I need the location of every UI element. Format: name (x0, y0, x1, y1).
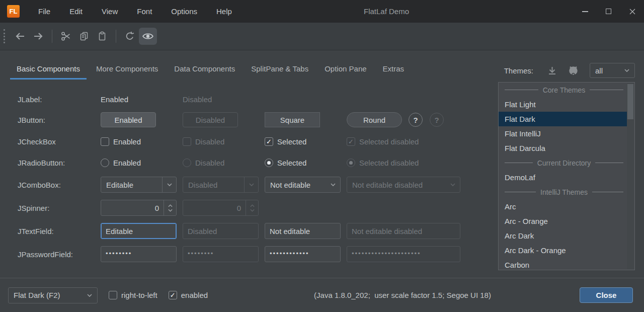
radio-label: Selected (277, 159, 306, 167)
tab-basic-components[interactable]: Basic Components (10, 60, 87, 80)
radio-disabled: Disabled (183, 159, 259, 167)
checkbox-selected[interactable]: ✓ Selected (265, 137, 341, 146)
passwordfield-disabled: •••••••• (183, 246, 259, 262)
menu-edit[interactable]: Edit (60, 0, 92, 23)
theme-list-item[interactable]: Arc Dark - Orange (499, 243, 634, 258)
refresh-button[interactable] (121, 28, 139, 45)
themes-filter-combobox[interactable]: all (590, 63, 635, 78)
toolbar-grip[interactable] (4, 29, 5, 43)
jbutton-row: JButton: Enabled Disabled Square Round ?… (0, 112, 486, 128)
passwordfield-editable[interactable]: •••••••• (101, 246, 177, 262)
row-label: JCheckBox (0, 137, 101, 146)
round-button[interactable]: Round (347, 112, 402, 127)
radio-selected[interactable]: Selected (265, 159, 341, 167)
tab-extras[interactable]: Extras (376, 60, 411, 80)
theme-list-item-selected[interactable]: Flat Dark (499, 112, 627, 126)
paste-button[interactable] (93, 28, 111, 45)
theme-list-item[interactable]: Arc (499, 199, 634, 214)
close-window-button[interactable] (620, 0, 644, 23)
download-themes-button[interactable] (547, 66, 557, 75)
jcombobox-row: JComboBox: Editable Disabled Not editabl… (0, 177, 486, 193)
combobox-not-editable[interactable]: Not editable (265, 177, 341, 193)
separator-label: Current Directory (537, 159, 591, 167)
theme-list-item[interactable]: DemoLaf (499, 170, 634, 185)
tab-splitpane-tabs[interactable]: SplitPane & Tabs (245, 60, 315, 80)
spinner-buttons (246, 200, 258, 215)
combobox-not-editable-disabled: Not editable disabled (347, 177, 460, 193)
theme-list-separator: Core Themes (499, 83, 634, 97)
enabled-button[interactable]: Enabled (101, 112, 156, 127)
copy-button[interactable] (75, 28, 93, 45)
back-button[interactable] (11, 28, 29, 45)
combobox-editable[interactable]: Editable (101, 177, 177, 193)
row-label: JTextField: (0, 227, 101, 236)
checkbox-label: Enabled (113, 137, 141, 146)
theme-list-item[interactable]: Carbon (499, 258, 634, 270)
main-panel: Basic Components More Components Data Co… (0, 51, 644, 278)
cut-button[interactable] (57, 28, 75, 45)
radio-selected-icon (347, 159, 355, 167)
theme-list-item[interactable]: Flat Darcula (499, 141, 634, 155)
menu-help[interactable]: Help (207, 0, 242, 23)
textfield-not-editable[interactable] (265, 223, 341, 239)
textfield-editable[interactable] (101, 223, 177, 239)
spinner-buttons[interactable] (164, 200, 176, 215)
show-hover-toggle-button[interactable] (139, 28, 157, 45)
scrollbar-thumb[interactable] (627, 84, 633, 119)
tab-data-components[interactable]: Data Components (168, 60, 242, 80)
checkbox-enabled[interactable]: Enabled (101, 137, 177, 146)
eye-icon (142, 32, 153, 40)
radio-selected-disabled: Selected disabled (347, 159, 460, 167)
tab-more-components[interactable]: More Components (90, 60, 165, 80)
themes-list: Core Themes Flat Light Flat Dark Flat In… (498, 82, 635, 270)
radio-enabled[interactable]: Enabled (101, 159, 177, 167)
combobox-disabled: Disabled (183, 177, 259, 193)
forward-button[interactable] (29, 28, 47, 45)
github-link-button[interactable] (568, 65, 579, 76)
themes-header: Themes: all (504, 63, 635, 78)
chevron-down-icon (167, 183, 172, 186)
spinner-value[interactable]: 0 (101, 204, 164, 212)
theme-list-item[interactable]: Arc - Orange (499, 214, 634, 228)
theme-list-item[interactable]: Arc Dark (499, 228, 634, 243)
spinner-up-icon[interactable] (168, 204, 173, 207)
passwordfield-not-editable[interactable]: •••••••••••• (265, 246, 341, 262)
chevron-down-icon (446, 183, 460, 186)
combobox-arrow-button[interactable] (162, 177, 176, 192)
theme-list-item[interactable]: Flat IntelliJ (499, 126, 634, 141)
close-button[interactable]: Close (580, 287, 633, 303)
copy-icon (79, 31, 89, 41)
checkbox-selected-disabled: ✓ Selected disabled (347, 137, 460, 146)
checkbox-disabled: Disabled (183, 137, 259, 146)
separator-label: IntelliJ Themes (540, 188, 588, 196)
enabled-checkbox[interactable]: ✓ enabled (169, 291, 208, 299)
checkbox-checked-icon: ✓ (347, 137, 355, 146)
separator-label: Core Themes (543, 86, 586, 94)
right-to-left-checkbox[interactable]: right-to-left (109, 291, 157, 299)
radio-label: Disabled (195, 159, 224, 167)
themes-label: Themes: (504, 66, 533, 75)
square-button[interactable]: Square (265, 112, 320, 127)
spinner-down-icon[interactable] (168, 209, 173, 212)
menu-file[interactable]: File (29, 0, 60, 23)
jcheckbox-row: JCheckBox Enabled Disabled ✓ Selected ✓ … (0, 136, 486, 146)
maximize-button[interactable] (597, 0, 620, 23)
github-icon (568, 65, 579, 76)
help-button-disabled: ? (430, 113, 444, 127)
menu-font[interactable]: Font (127, 0, 162, 23)
help-button[interactable]: ? (409, 113, 423, 127)
minimize-button[interactable] (573, 0, 597, 23)
themes-scrollbar[interactable] (627, 83, 634, 269)
checkbox-label: enabled (181, 291, 208, 299)
menu-options[interactable]: Options (162, 0, 207, 23)
laf-selector-value: Flat Dark (F2) (14, 291, 87, 299)
chevron-down-icon (87, 294, 92, 297)
laf-selector-combobox[interactable]: Flat Dark (F2) (8, 287, 98, 303)
combobox-arrow-button (244, 177, 258, 192)
theme-list-item[interactable]: Flat Light (499, 97, 634, 112)
tab-option-pane[interactable]: Option Pane (318, 60, 373, 80)
theme-list-separator: IntelliJ Themes (499, 185, 634, 199)
menu-view[interactable]: View (92, 0, 127, 23)
spinner-enabled[interactable]: 0 (101, 200, 177, 216)
window-controls (573, 0, 644, 23)
